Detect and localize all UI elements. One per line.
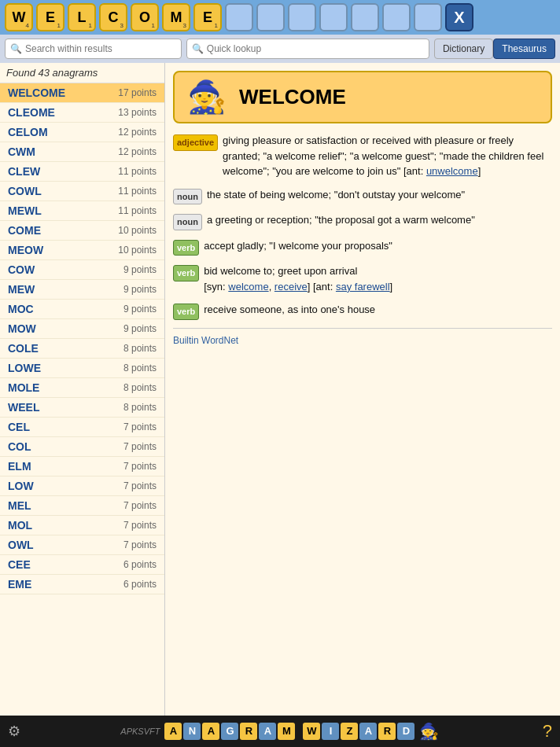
- tile-O[interactable]: O1: [131, 3, 159, 31]
- word-list-item[interactable]: MEW 9 points: [0, 280, 164, 300]
- word-text: OWL: [8, 539, 34, 551]
- tile-empty[interactable]: [319, 3, 348, 31]
- word-list-item[interactable]: EME 6 points: [0, 575, 164, 594]
- def-text-6: receive someone, as into one's house: [204, 302, 552, 318]
- word-list-item[interactable]: MOLE 8 points: [0, 378, 164, 398]
- word-list-item[interactable]: CLEOME 13 points: [0, 103, 164, 123]
- word-list-item[interactable]: COME 10 points: [0, 221, 164, 241]
- word-list-item[interactable]: LOW 7 points: [0, 477, 164, 496]
- word-points: 6 points: [123, 579, 157, 590]
- logo-letter: A: [164, 723, 182, 740]
- logo-letter: M: [278, 723, 295, 740]
- word-list-item[interactable]: WEEL 8 points: [0, 398, 164, 418]
- word-list-item[interactable]: MEL 7 points: [0, 496, 164, 516]
- word-list-item[interactable]: CEE 6 points: [0, 555, 164, 575]
- tile-C[interactable]: C3: [99, 3, 127, 31]
- tile-empty[interactable]: [382, 3, 411, 31]
- logo-letter: R: [378, 723, 396, 740]
- word-points: 10 points: [118, 225, 157, 236]
- right-panel: 🧙 WELCOME adjective giving pleasure or s…: [165, 63, 560, 716]
- syn-link-welcome[interactable]: welcome: [228, 281, 268, 293]
- help-icon[interactable]: ?: [543, 721, 552, 741]
- tile-empty[interactable]: [351, 3, 379, 31]
- word-list-item[interactable]: MEWL 11 points: [0, 201, 164, 221]
- tile-empty[interactable]: [414, 3, 442, 31]
- search-within-results-input[interactable]: [25, 43, 176, 54]
- word-points: 11 points: [118, 205, 157, 216]
- tile-M[interactable]: M3: [162, 3, 190, 31]
- word-text: MEWL: [8, 204, 42, 217]
- tile-E[interactable]: E1: [193, 3, 222, 31]
- word-points: 10 points: [118, 245, 157, 256]
- word-text: COW: [8, 263, 35, 276]
- word-text: MEOW: [8, 244, 43, 256]
- word-list-item[interactable]: CEL 7 points: [0, 418, 164, 437]
- word-text: MOW: [8, 322, 36, 335]
- brand-label: APKSVFT: [120, 727, 160, 736]
- tile-W[interactable]: W4: [5, 3, 33, 31]
- word-list-item[interactable]: WELCOME 17 points: [0, 83, 164, 103]
- quick-lookup-wrap[interactable]: 🔍: [186, 39, 429, 59]
- word-points: 8 points: [123, 362, 157, 374]
- word-points: 8 points: [123, 382, 157, 393]
- word-text: WEEL: [8, 401, 39, 414]
- pos-badge-noun-1: noun: [173, 189, 202, 205]
- pos-badge-verb-2: verb: [173, 265, 199, 282]
- word-points: 9 points: [123, 323, 157, 334]
- word-list-item[interactable]: LOWE 8 points: [0, 359, 164, 378]
- word-text: LOWE: [8, 362, 41, 374]
- word-list-item[interactable]: COLE 8 points: [0, 339, 164, 359]
- word-text: MEL: [8, 499, 31, 512]
- word-list-item[interactable]: OWL 7 points: [0, 535, 164, 555]
- word-list-item[interactable]: COW 9 points: [0, 260, 164, 280]
- tile-empty[interactable]: [256, 3, 285, 31]
- word-list-item[interactable]: COL 7 points: [0, 437, 164, 457]
- dictionary-tab[interactable]: Dictionary: [434, 39, 493, 59]
- word-text: MEW: [8, 283, 35, 296]
- search-icon: 🔍: [10, 43, 22, 54]
- wizard-small-icon: 🧙: [419, 722, 439, 741]
- word-list-item[interactable]: CWM 12 points: [0, 142, 164, 162]
- thesaurus-tab[interactable]: Thesaurus: [493, 39, 555, 59]
- definition-3: noun a greeting or reception; "the propo…: [173, 212, 552, 230]
- word-list-item[interactable]: CELOM 12 points: [0, 123, 164, 142]
- word-list-item[interactable]: COWL 11 points: [0, 182, 164, 201]
- tile-E[interactable]: E1: [36, 3, 64, 31]
- ant-link-unwelcome[interactable]: unwelcome: [426, 165, 478, 177]
- word-list-item[interactable]: CLEW 11 points: [0, 162, 164, 182]
- word-list-item[interactable]: MEOW 10 points: [0, 241, 164, 260]
- word-text: COME: [8, 224, 41, 237]
- pos-badge-verb-1: verb: [173, 240, 199, 256]
- logo-letters: ANAGRAMWIZARD: [164, 723, 414, 740]
- gear-icon[interactable]: ⚙: [8, 723, 20, 740]
- definition-6: verb receive someone, as into one's hous…: [173, 302, 552, 320]
- definition-5: verb bid welcome to; greet upon arrival …: [173, 263, 552, 294]
- tile-X[interactable]: X: [445, 3, 473, 31]
- word-list-item[interactable]: MOW 9 points: [0, 319, 164, 339]
- definition-2: noun the state of being welcome; "don't …: [173, 187, 552, 205]
- word-text: MOC: [8, 303, 34, 315]
- wizard-icon: 🧙: [187, 79, 227, 116]
- logo-letter: Z: [341, 723, 358, 740]
- word-points: 7 points: [123, 520, 157, 531]
- word-text: CEL: [8, 421, 30, 433]
- search-within-results-wrap[interactable]: 🔍: [5, 39, 182, 59]
- tile-empty[interactable]: [288, 3, 316, 31]
- syn-link-receive[interactable]: receive: [274, 281, 308, 293]
- tile-L[interactable]: L1: [68, 3, 96, 31]
- word-points: 17 points: [118, 87, 157, 98]
- def-divider: [173, 328, 552, 329]
- def-text-5: bid welcome to; greet upon arrival [syn:…: [204, 263, 552, 294]
- word-text: CEE: [8, 558, 31, 571]
- top-tile-bar: W4E1L1C3O1M3E1X: [0, 0, 560, 35]
- logo-letter: R: [240, 723, 257, 740]
- word-points: 7 points: [123, 480, 157, 491]
- tile-empty[interactable]: [225, 3, 253, 31]
- word-list-item[interactable]: ELM 7 points: [0, 457, 164, 477]
- quick-lookup-input[interactable]: [207, 43, 424, 54]
- ant-link-say-farewell[interactable]: say farewell: [336, 281, 390, 293]
- word-list-item[interactable]: MOC 9 points: [0, 300, 164, 319]
- word-text: LOW: [8, 480, 34, 492]
- word-list-item[interactable]: MOL 7 points: [0, 516, 164, 535]
- pos-badge-adj: adjective: [173, 134, 218, 151]
